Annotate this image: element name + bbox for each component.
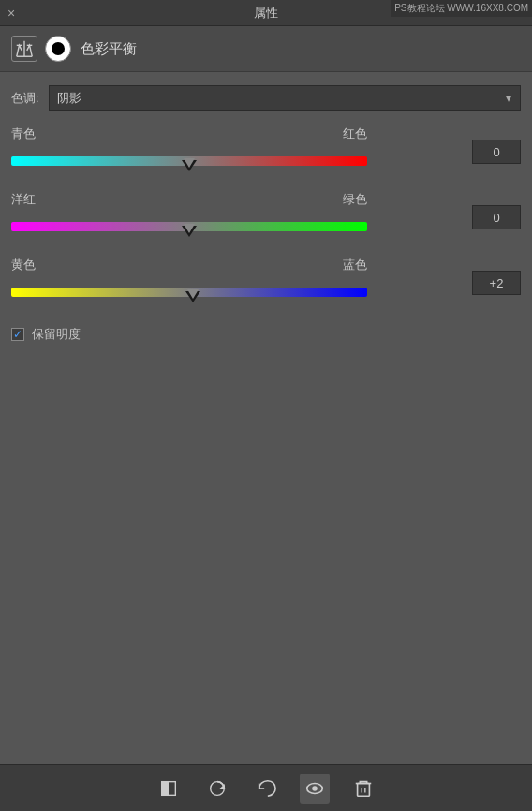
cyan-red-value-input[interactable] bbox=[472, 140, 521, 164]
trash-icon bbox=[353, 778, 374, 799]
slider-group-yellow-blue: 黄色 蓝色 bbox=[11, 257, 465, 309]
tone-row: 色调: 高光 中间调 阴影 ▾ bbox=[11, 85, 521, 111]
label-magenta: 洋红 bbox=[11, 191, 36, 208]
label-yellow: 黄色 bbox=[11, 257, 36, 273]
preserve-checkbox[interactable]: ✓ bbox=[11, 328, 24, 341]
slider-track-magenta-green[interactable] bbox=[11, 222, 367, 231]
bottom-toolbar bbox=[0, 764, 532, 811]
preserve-label: 保留明度 bbox=[32, 326, 81, 343]
eye-icon bbox=[304, 778, 325, 799]
svg-rect-9 bbox=[358, 783, 370, 796]
header-icons bbox=[11, 36, 71, 62]
slider-container-magenta-green[interactable] bbox=[11, 210, 465, 243]
yellow-blue-value-input[interactable] bbox=[472, 271, 521, 295]
circle-icon bbox=[45, 36, 71, 62]
label-green: 绿色 bbox=[343, 191, 367, 208]
check-mark: ✓ bbox=[13, 328, 22, 341]
tone-label: 色调: bbox=[11, 90, 39, 107]
balance-icon bbox=[11, 36, 37, 62]
slider-labels-cyan-red: 青色 红色 bbox=[11, 125, 367, 142]
svg-point-8 bbox=[312, 786, 318, 791]
label-red: 红色 bbox=[343, 125, 367, 142]
panel-header-title: 色彩平衡 bbox=[81, 40, 137, 58]
slider-track-yellow-blue[interactable] bbox=[11, 288, 367, 297]
visibility-button[interactable] bbox=[300, 774, 330, 804]
content-area: 色调: 高光 中间调 阴影 ▾ 青色 红色 bbox=[0, 72, 532, 356]
mask-button[interactable] bbox=[154, 774, 184, 804]
delete-button[interactable] bbox=[348, 774, 378, 804]
slider-labels-yellow-blue: 黄色 蓝色 bbox=[11, 257, 367, 273]
panel-header: 色彩平衡 bbox=[0, 26, 532, 72]
panel-title: 属性 bbox=[254, 5, 278, 22]
clip-button[interactable] bbox=[202, 774, 232, 804]
label-blue: 蓝色 bbox=[343, 257, 367, 273]
slider-track-cyan-red[interactable] bbox=[11, 156, 367, 166]
mask-icon bbox=[158, 778, 179, 799]
slider-row-yellow-blue: 黄色 蓝色 bbox=[11, 257, 521, 309]
watermark: PS教程论坛 WWW.16XX8.COM bbox=[391, 0, 532, 17]
cyan-red-slider-group: 青色 红色 bbox=[11, 125, 521, 178]
close-button[interactable]: × bbox=[7, 6, 15, 21]
slider-row-cyan-red: 青色 红色 bbox=[11, 125, 521, 178]
yellow-blue-slider-group: 黄色 蓝色 bbox=[11, 257, 521, 309]
magenta-green-value-input[interactable] bbox=[472, 205, 521, 229]
slider-labels-magenta-green: 洋红 绿色 bbox=[11, 191, 367, 208]
slider-thumb-magenta-green[interactable] bbox=[182, 226, 197, 237]
magenta-green-slider-group: 洋红 绿色 bbox=[11, 191, 521, 243]
preserve-row: ✓ 保留明度 bbox=[11, 326, 521, 343]
slider-container-cyan-red[interactable] bbox=[11, 144, 465, 178]
tone-select-wrapper[interactable]: 高光 中间调 阴影 ▾ bbox=[49, 85, 521, 111]
clip-icon bbox=[207, 778, 228, 799]
slider-group-magenta-green: 洋红 绿色 bbox=[11, 191, 465, 243]
slider-thumb-cyan-red[interactable] bbox=[182, 160, 197, 171]
undo-icon bbox=[256, 778, 276, 799]
slider-container-yellow-blue[interactable] bbox=[11, 275, 465, 309]
label-cyan: 青色 bbox=[11, 125, 36, 142]
svg-rect-5 bbox=[162, 781, 169, 795]
slider-thumb-yellow-blue[interactable] bbox=[185, 291, 200, 302]
tone-select[interactable]: 高光 中间调 阴影 bbox=[49, 85, 521, 111]
undo-button[interactable] bbox=[251, 774, 281, 804]
slider-row-magenta-green: 洋红 绿色 bbox=[11, 191, 521, 243]
sliders-section: 青色 红色 洋红 绿色 bbox=[11, 125, 521, 309]
slider-group-cyan-red: 青色 红色 bbox=[11, 125, 465, 178]
